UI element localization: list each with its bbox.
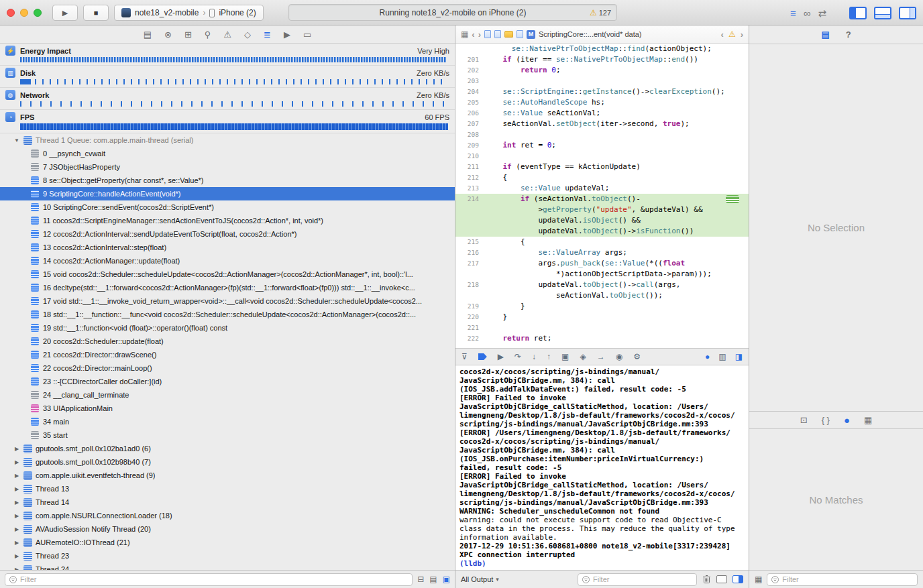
view-process-by-queue-button[interactable]: ▣ (443, 575, 450, 583)
thread-row[interactable]: ▶AURemoteIO::IOThread (21) (0, 536, 455, 549)
issue-navigator-icon[interactable]: ⚠ (223, 30, 231, 39)
disclosure-closed-icon[interactable]: ▶ (13, 540, 20, 546)
disclosure-closed-icon[interactable]: ▶ (13, 446, 20, 452)
line-number[interactable] (455, 226, 485, 237)
stack-frame[interactable]: 13 cocos2d::ActionInterval::step(float) (0, 241, 455, 254)
thread-row[interactable]: ▶com.apple.NSURLConnectionLoader (18) (0, 509, 455, 522)
thread-row[interactable]: ▶gputools.smt_poll.0x102ba1ad0 (6) (0, 442, 455, 455)
step-into-icon[interactable]: ↓ (532, 353, 536, 361)
thread-row[interactable]: ▶Thread 24 (0, 563, 455, 570)
toggle-inspector-button[interactable] (899, 7, 916, 19)
debug-view-hierarchy-icon[interactable]: ▣ (561, 353, 569, 361)
disclosure-closed-icon[interactable]: ▶ (13, 499, 20, 506)
gauge-energy-impact[interactable]: ⚡Energy ImpactVery High (0, 44, 455, 66)
related-items-icon[interactable]: ▦ (461, 30, 468, 38)
line-number[interactable]: 208 (455, 129, 485, 140)
disclosure-closed-icon[interactable]: ▶ (13, 473, 20, 479)
code-line[interactable]: 217 args.push_back(se::Value(*((float (455, 258, 749, 269)
code-line[interactable]: 216 se::ValueArray args; (455, 247, 749, 258)
code-line[interactable]: 214 if (seActionVal.toObject()- (455, 194, 749, 204)
breakpoints-toggle-icon[interactable] (478, 353, 487, 360)
folder-icon[interactable] (504, 31, 513, 38)
stack-frame[interactable]: 19 std::__1::function<void (float)>::ope… (0, 321, 455, 335)
code-line[interactable]: 201 if (iter == se::NativePtrToObjectMap… (455, 54, 749, 65)
minimize-window-button[interactable] (20, 9, 28, 17)
stack-frame[interactable]: 24 __clang_call_terminate (0, 388, 455, 402)
code-line[interactable]: 211 if (eventType == kActionUpdate) (455, 162, 749, 172)
code-line[interactable]: 215 { (455, 237, 749, 247)
line-number[interactable]: 207 (455, 119, 485, 129)
line-number[interactable]: 203 (455, 76, 485, 86)
file-icon[interactable] (517, 30, 523, 38)
process-app-icon[interactable]: ● (705, 353, 710, 361)
source-code-editor[interactable]: se::NativePtrToObjectMap::find(actionObj… (455, 44, 749, 348)
stack-frame[interactable]: 7 JSObjectHasProperty (0, 160, 455, 174)
symbol-navigator-icon[interactable]: ⊞ (184, 30, 192, 39)
debug-area-layout-icon[interactable]: ◨ (735, 353, 743, 361)
gauge-network[interactable]: ◍NetworkZero KB/s (0, 88, 455, 110)
code-line[interactable]: updateVal.isObject() && (455, 215, 749, 226)
stack-frame[interactable]: 20 cocos2d::Scheduler::update(float) (0, 335, 455, 348)
debug-navigator-icon[interactable]: ≣ (264, 30, 271, 39)
code-line[interactable]: 220 } (455, 312, 749, 322)
scheme-selector[interactable]: note18_v2-mobile › iPhone (2) (114, 5, 264, 21)
code-line[interactable]: 222 return ret; (455, 333, 749, 344)
stack-frame[interactable]: 23 ::-[CCDirectorCaller doCaller:](id) (0, 375, 455, 388)
gauge-disk[interactable]: ▥DiskZero KB/s (0, 66, 455, 88)
stack-frame[interactable]: 12 cocos2d::ActionInterval::sendUpdateEv… (0, 227, 455, 241)
line-number[interactable]: 217 (455, 258, 485, 269)
back-button[interactable]: ‹ (472, 30, 474, 39)
stack-frame[interactable]: 14 cocos2d::ActionManager::update(float) (0, 254, 455, 268)
code-line[interactable]: 210 (455, 151, 749, 162)
line-number[interactable]: 219 (455, 301, 485, 312)
thread-row[interactable]: ▶AVAudioSession Notify Thread (20) (0, 522, 455, 536)
line-number[interactable]: 202 (455, 65, 485, 76)
disclosure-closed-icon[interactable]: ▶ (13, 486, 20, 492)
standard-editor-button[interactable]: ≡ (790, 8, 796, 18)
code-line[interactable]: 202 return 0; (455, 65, 749, 76)
thread-row[interactable]: ▶Thread 13 (0, 482, 455, 495)
stack-frame[interactable]: 34 main (0, 415, 455, 428)
source-control-navigator-icon[interactable]: ⊗ (164, 30, 172, 39)
code-line[interactable]: 205 se::AutoHandleScope hs; (455, 97, 749, 108)
version-editor-button[interactable]: ⇄ (818, 8, 826, 18)
disclosure-open-icon[interactable]: ▼ (13, 137, 20, 143)
file-inspector-tab[interactable]: ▤ (821, 30, 829, 39)
quick-help-inspector-tab[interactable]: ? (846, 30, 851, 39)
close-window-button[interactable] (7, 9, 15, 17)
toggle-navigator-button[interactable] (849, 7, 867, 19)
code-line[interactable]: 212 { (455, 172, 749, 183)
warning-count-badge[interactable]: ⚠ 127 (590, 8, 611, 17)
debug-settings-icon[interactable]: ⚙ (633, 353, 641, 361)
thread-row[interactable]: ▶Thread 14 (0, 495, 455, 509)
show-console-view-button[interactable] (732, 575, 743, 583)
media-library-button[interactable]: ▦ (864, 416, 872, 424)
line-number[interactable]: 212 (455, 172, 485, 183)
code-line[interactable]: 209 int ret = 0; (455, 140, 749, 151)
hide-debug-area-icon[interactable]: ⊽ (462, 353, 468, 361)
line-number[interactable]: 210 (455, 151, 485, 162)
breadcrumb-symbol-title[interactable]: ScriptingCore::...ent(void* data) (539, 30, 641, 38)
stack-frame[interactable]: 9 ScriptingCore::handleActionEvent(void*… (0, 187, 455, 200)
code-line[interactable]: 208 (455, 129, 749, 140)
zoom-window-button[interactable] (34, 9, 42, 17)
show-variables-view-button[interactable] (716, 575, 727, 583)
code-line[interactable]: 219 } (455, 301, 749, 312)
console-output[interactable]: cocos2d-x/cocos/scripting/js-bindings/ma… (455, 365, 749, 570)
thread-row[interactable]: ▶Thread 23 (0, 549, 455, 563)
disclosure-closed-icon[interactable]: ▶ (13, 553, 20, 559)
code-line[interactable]: 204 se::ScriptEngine::getInstance()->cle… (455, 86, 749, 97)
next-issue-button[interactable]: › (741, 30, 743, 39)
stack-frame[interactable]: 16 decltype(std::__1::forward<cocos2d::A… (0, 281, 455, 294)
library-filter-input[interactable] (782, 575, 913, 583)
code-line[interactable]: 206 se::Value seActionVal; (455, 108, 749, 119)
code-snippet-library-button[interactable]: { } (822, 416, 830, 424)
code-line[interactable]: se::NativePtrToObjectMap::find(actionObj… (455, 44, 749, 54)
step-out-icon[interactable]: ↑ (547, 353, 551, 361)
stack-frame[interactable]: 0 __psynch_cvwait (0, 147, 455, 160)
stop-button[interactable]: ■ (83, 5, 109, 21)
stack-frame[interactable]: 21 cocos2d::Director::drawScene() (0, 348, 455, 361)
code-line[interactable]: >getProperty("update", &updateVal) && (455, 204, 749, 215)
stack-frame[interactable]: 18 std::__1::__function::__func<void coc… (0, 308, 455, 321)
continue-execution-icon[interactable]: ▶ (498, 353, 504, 361)
